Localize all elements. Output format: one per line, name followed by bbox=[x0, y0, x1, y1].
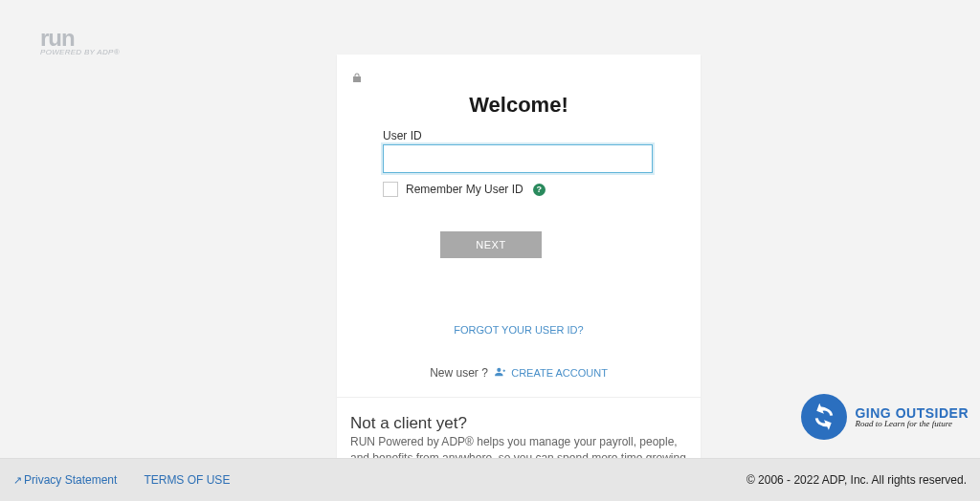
new-user-prefix: New user ? bbox=[430, 366, 488, 380]
remember-row: Remember My User ID ? bbox=[383, 182, 546, 197]
privacy-label: Privacy Statement bbox=[24, 473, 117, 487]
copyright: © 2006 - 2022 ADP, Inc. All rights reser… bbox=[746, 473, 967, 487]
footer: ↗Privacy Statement TERMS OF USE © 2006 -… bbox=[0, 458, 980, 501]
next-button[interactable]: NEXT bbox=[440, 231, 542, 258]
new-user-row: New user ? CREATE ACCOUNT bbox=[337, 366, 701, 380]
logo: run POWERED BY ADP® bbox=[40, 25, 120, 56]
userid-input[interactable] bbox=[383, 144, 653, 173]
privacy-link[interactable]: ↗Privacy Statement bbox=[13, 473, 117, 487]
login-card: Welcome! User ID Remember My User ID ? N… bbox=[337, 54, 701, 458]
watermark-sub: Road to Learn for the future bbox=[855, 419, 969, 428]
terms-link[interactable]: TERMS OF USE bbox=[144, 473, 230, 487]
watermark-icon bbox=[801, 394, 847, 440]
external-link-icon: ↗ bbox=[13, 474, 22, 486]
remember-label: Remember My User ID bbox=[406, 183, 523, 196]
person-plus-icon bbox=[495, 367, 509, 379]
watermark-main: GING OUTSIDER bbox=[855, 405, 969, 421]
forgot-userid-link[interactable]: FORGOT YOUR USER ID? bbox=[337, 324, 701, 336]
userid-label: User ID bbox=[383, 129, 422, 142]
logo-sub: POWERED BY ADP® bbox=[40, 48, 120, 56]
create-account-link[interactable]: CREATE ACCOUNT bbox=[511, 367, 608, 379]
welcome-heading: Welcome! bbox=[337, 93, 701, 118]
divider bbox=[337, 397, 701, 398]
not-client-heading: Not a client yet? bbox=[350, 414, 467, 433]
remember-checkbox[interactable] bbox=[383, 182, 398, 197]
help-icon[interactable]: ? bbox=[533, 184, 546, 196]
watermark: GING OUTSIDER Road to Learn for the futu… bbox=[801, 394, 969, 440]
lock-icon bbox=[352, 73, 362, 85]
